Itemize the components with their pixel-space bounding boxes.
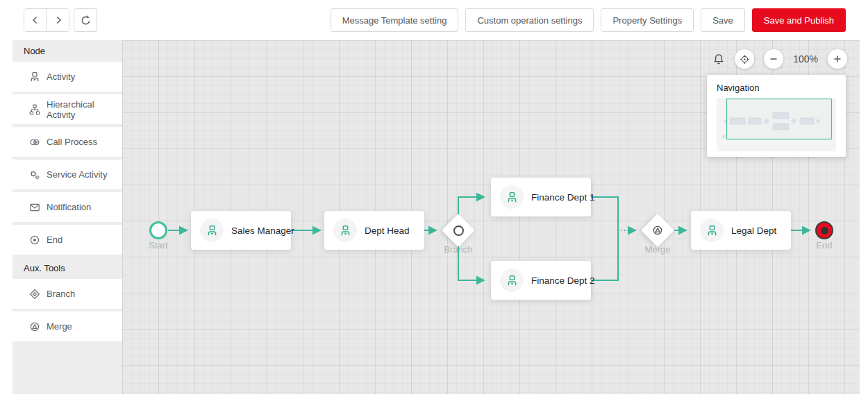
activity-node-finance-dept-1[interactable]: Finance Dept 1: [491, 178, 591, 216]
main-area: Node Activity Hierarchical Activity Call…: [12, 40, 860, 394]
navigation-title: Navigation: [707, 75, 846, 99]
activity-node-label: Legal Dept: [731, 225, 776, 236]
user-icon: [500, 185, 524, 209]
plus-icon: [833, 54, 842, 64]
palette-item-branch[interactable]: Branch: [12, 279, 122, 309]
minimap-viewport: [727, 99, 832, 139]
palette-item-merge[interactable]: Merge: [12, 312, 122, 341]
zoom-in-button[interactable]: [828, 49, 847, 69]
top-toolbar: Message Template setting Custom operatio…: [0, 0, 868, 40]
activity-node-label: Finance Dept 2: [531, 275, 595, 286]
palette-item-end[interactable]: End: [12, 225, 122, 255]
minimap[interactable]: [717, 99, 836, 151]
end-node-label: End: [816, 240, 832, 250]
chevron-left-icon: [30, 15, 41, 26]
activity-node-label: Sales Manager: [231, 225, 294, 236]
merge-icon: [29, 321, 40, 332]
palette-item-call-process[interactable]: Call Process: [12, 127, 122, 157]
workflow-canvas[interactable]: 100% Navigation: [122, 40, 860, 394]
toolbar-actions: Message Template setting Custom operatio…: [331, 8, 846, 32]
branch-node[interactable]: [442, 214, 475, 247]
bell-icon[interactable]: [712, 53, 725, 65]
start-node-label: Start: [149, 240, 167, 250]
user-icon: [333, 219, 357, 242]
branch-icon: [29, 289, 40, 300]
user-icon: [200, 219, 224, 242]
end-node[interactable]: [815, 221, 833, 239]
user-icon: [700, 219, 724, 242]
message-template-setting-button[interactable]: Message Template setting: [331, 8, 459, 32]
custom-operation-settings-button[interactable]: Custom operation settings: [465, 8, 594, 32]
palette-item-label: Hierarchical Activity: [47, 99, 122, 120]
user-icon: [29, 71, 40, 83]
palette-item-hierarchical-activity[interactable]: Hierarchical Activity: [12, 94, 122, 124]
activity-node-finance-dept-2[interactable]: Finance Dept 2: [491, 261, 591, 300]
palette-item-label: Merge: [47, 321, 72, 332]
palette-item-label: Call Process: [47, 137, 97, 147]
zoom-out-button[interactable]: [764, 49, 783, 69]
palette-item-notification[interactable]: Notification: [12, 192, 122, 222]
user-icon: [500, 268, 524, 292]
activity-node-label: Finance Dept 1: [531, 192, 595, 203]
activity-node-sales-manager[interactable]: Sales Manager: [191, 211, 291, 250]
minus-icon: [769, 54, 778, 64]
node-palette: Node Activity Hierarchical Activity Call…: [12, 40, 122, 394]
chevron-right-icon: [53, 15, 64, 26]
save-and-publish-button[interactable]: Save and Publish: [752, 8, 846, 32]
crosshair-icon: [739, 53, 751, 65]
palette-item-service-activity[interactable]: Service Activity: [12, 160, 122, 189]
palette-item-label: Activity: [47, 71, 75, 82]
locate-button[interactable]: [735, 49, 754, 69]
merge-node[interactable]: [641, 214, 674, 247]
save-button[interactable]: Save: [701, 8, 745, 32]
property-settings-button[interactable]: Property Settings: [601, 8, 694, 32]
reset-button[interactable]: [74, 8, 97, 32]
envelope-icon: [29, 202, 40, 213]
palette-section-aux-tools: Aux. Tools: [12, 257, 122, 279]
activity-node-label: Dept Head: [365, 225, 410, 236]
start-node[interactable]: [149, 221, 167, 239]
history-nav-group: [24, 8, 69, 32]
zoom-level: 100%: [793, 53, 818, 65]
end-node-core: [821, 227, 828, 234]
palette-item-label: Service Activity: [47, 169, 107, 180]
activity-node-legal-dept[interactable]: Legal Dept: [691, 211, 791, 250]
navigation-panel: Navigation: [707, 75, 846, 157]
gears-icon: [29, 169, 40, 180]
hierarchy-icon: [29, 104, 40, 115]
rotate-ccw-icon: [80, 15, 92, 26]
palette-item-label: End: [47, 234, 62, 245]
activity-node-dept-head[interactable]: Dept Head: [324, 211, 424, 250]
canvas-controls: 100%: [712, 49, 847, 69]
palette-item-activity[interactable]: Activity: [12, 62, 122, 92]
end-icon: [29, 234, 40, 246]
palette-item-label: Notification: [47, 202, 91, 212]
palette-item-label: Branch: [47, 289, 75, 299]
back-button[interactable]: [24, 9, 47, 31]
call-process-icon: [29, 137, 40, 148]
palette-section-node: Node: [12, 40, 122, 62]
forward-button[interactable]: [47, 9, 69, 31]
